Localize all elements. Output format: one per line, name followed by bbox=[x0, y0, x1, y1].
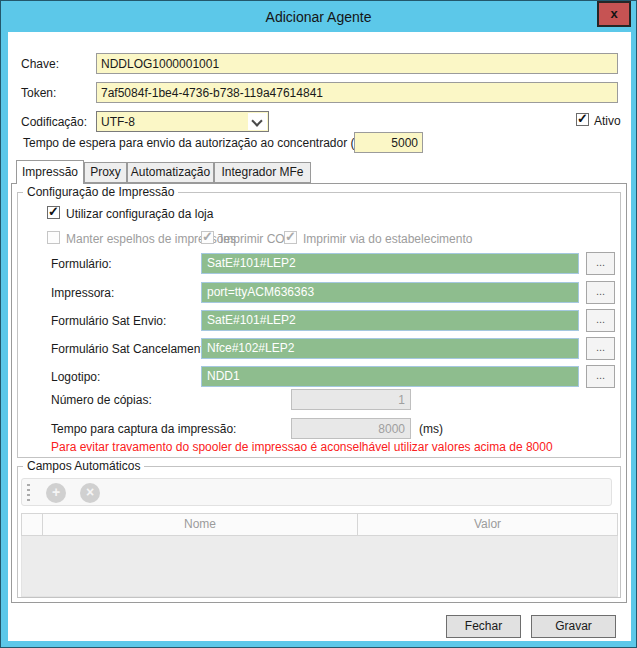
plus-icon: + bbox=[52, 484, 60, 500]
utilizar-configuracao-loja-checkbox[interactable] bbox=[47, 206, 60, 219]
gravar-button[interactable]: Gravar bbox=[531, 615, 616, 638]
logotipo-field[interactable]: NDD1 bbox=[201, 366, 579, 387]
formulario-field[interactable]: SatE#101#LEP2 bbox=[201, 253, 579, 274]
dialog-body: Chave: Token: Codificação: UTF-8 Ativo T… bbox=[8, 32, 631, 641]
tempo-captura-input bbox=[291, 418, 411, 439]
token-label: Token: bbox=[21, 86, 56, 100]
codificacao-label: Codificação: bbox=[21, 115, 87, 129]
title-bar[interactable]: Adicionar Agente x bbox=[1, 1, 636, 32]
imprimir-coo-label: Imprimir COO bbox=[220, 232, 294, 246]
utilizar-configuracao-loja-label: Utilizar configuração da loja bbox=[66, 207, 213, 221]
tab-proxy[interactable]: Proxy bbox=[84, 162, 127, 183]
token-input[interactable] bbox=[96, 82, 618, 103]
tempo-captura-suffix: (ms) bbox=[419, 422, 443, 436]
group-configuracao-title: Configuração de Impressão bbox=[23, 185, 178, 199]
column-header-nome[interactable]: Nome bbox=[43, 513, 358, 536]
chave-input[interactable] bbox=[96, 53, 618, 74]
group-campos-title: Campos Automáticos bbox=[23, 459, 144, 473]
codificacao-value: UTF-8 bbox=[101, 115, 135, 129]
spooler-warning-text: Para evitar travamento do spooler de imp… bbox=[51, 440, 553, 454]
logotipo-label: Logotipo: bbox=[51, 370, 100, 384]
formulario-sat-envio-label: Formulário Sat Envio: bbox=[51, 314, 166, 328]
impressora-field[interactable]: port=ttyACM636363 bbox=[201, 282, 579, 303]
tab-impressao[interactable]: Impressão bbox=[16, 160, 84, 184]
tab-automatizacao[interactable]: Automatização bbox=[127, 162, 214, 183]
imprimir-coo-checkbox bbox=[201, 231, 214, 244]
column-header-valor[interactable]: Valor bbox=[358, 513, 618, 536]
codificacao-select[interactable]: UTF-8 bbox=[96, 111, 269, 132]
add-row-button: + bbox=[46, 483, 66, 503]
tempo-espera-label: Tempo de espera para envio da autorizaçã… bbox=[23, 136, 378, 150]
tab-integrador-mfe[interactable]: Integrador MFe bbox=[214, 162, 311, 183]
impressora-label: Impressora: bbox=[51, 286, 114, 300]
numero-copias-input bbox=[291, 389, 411, 410]
formulario-label: Formulário: bbox=[51, 257, 112, 271]
toolbar-grip-handle[interactable] bbox=[27, 484, 30, 502]
dialog-title: Adicionar Agente bbox=[266, 9, 372, 25]
impressora-browse-button[interactable]: ... bbox=[586, 281, 615, 304]
remove-row-button: × bbox=[80, 483, 100, 503]
formulario-sat-cancelamento-label: Formulário Sat Cancelamento: bbox=[51, 342, 214, 356]
imprimir-via-label: Imprimir via do estabelecimento bbox=[303, 232, 472, 246]
formulario-sat-cancelamento-field[interactable]: Nfce#102#LEP2 bbox=[201, 338, 579, 359]
x-icon: × bbox=[86, 484, 94, 500]
logotipo-browse-button[interactable]: ... bbox=[586, 365, 615, 388]
tempo-espera-input[interactable] bbox=[354, 132, 423, 153]
formulario-sat-envio-field[interactable]: SatE#101#LEP2 bbox=[201, 310, 579, 331]
imprimir-via-checkbox bbox=[284, 231, 297, 244]
ativo-checkbox[interactable] bbox=[576, 113, 589, 126]
fechar-button[interactable]: Fechar bbox=[446, 615, 521, 638]
close-icon: x bbox=[610, 6, 617, 21]
ativo-label: Ativo bbox=[594, 114, 621, 128]
formulario-sat-cancelamento-browse-button[interactable]: ... bbox=[586, 337, 615, 360]
tempo-captura-label: Tempo para captura da impressão: bbox=[51, 422, 236, 436]
campos-table-header: Nome Valor bbox=[21, 513, 618, 536]
formulario-browse-button[interactable]: ... bbox=[586, 252, 615, 275]
dialog-adicionar-agente: Adicionar Agente x Chave: Token: Codific… bbox=[0, 0, 637, 648]
chave-label: Chave: bbox=[21, 57, 59, 71]
campos-toolbar: + × bbox=[21, 478, 612, 506]
chevron-down-icon[interactable] bbox=[248, 113, 267, 130]
manter-espelhos-checkbox bbox=[47, 231, 60, 244]
row-selector-header bbox=[21, 513, 43, 536]
close-button[interactable]: x bbox=[597, 1, 631, 27]
formulario-sat-envio-browse-button[interactable]: ... bbox=[586, 309, 615, 332]
numero-copias-label: Número de cópias: bbox=[51, 393, 152, 407]
campos-table-body[interactable] bbox=[21, 536, 618, 597]
